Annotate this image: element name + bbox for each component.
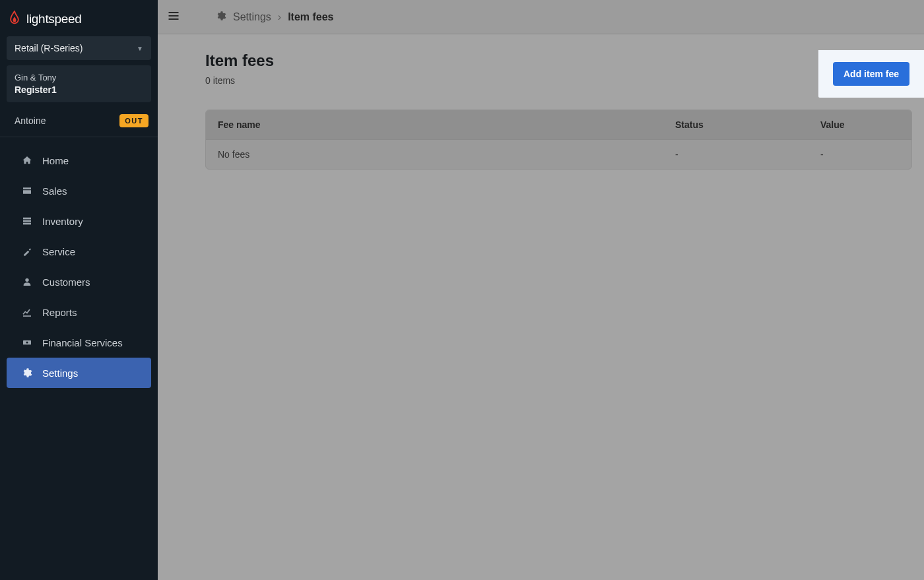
chevron-down-icon: ▼	[137, 45, 143, 52]
sidebar-item-label: Home	[42, 155, 69, 166]
register-name: Register1	[15, 84, 143, 96]
sidebar-item-label: Settings	[42, 368, 78, 379]
breadcrumb: Settings › Item fees	[216, 11, 334, 24]
home-icon	[21, 155, 33, 166]
page-title: Item fees	[205, 51, 274, 70]
sidebar-item-reports[interactable]: Reports	[7, 297, 151, 327]
user-row[interactable]: Antoine OUT	[0, 102, 158, 137]
sidebar-item-home[interactable]: Home	[7, 145, 151, 176]
breadcrumb-root[interactable]: Settings	[233, 11, 271, 23]
service-icon	[21, 246, 33, 257]
page-content: Item fees 0 items Fee name Status Value …	[158, 34, 924, 189]
sidebar-item-service[interactable]: Service	[7, 236, 151, 267]
add-item-fee-button[interactable]: Add item fee	[833, 62, 909, 86]
chevron-right-icon: ›	[278, 11, 281, 23]
inventory-icon	[21, 216, 33, 226]
merchant-name: Gin & Tony	[15, 72, 143, 84]
sidebar-item-label: Sales	[42, 185, 67, 197]
reports-icon	[21, 307, 33, 317]
hamburger-icon[interactable]	[167, 9, 185, 25]
sidebar-item-label: Inventory	[42, 216, 83, 227]
register-block[interactable]: Gin & Tony Register1	[7, 65, 151, 102]
breadcrumb-current: Item fees	[288, 11, 333, 23]
svg-point-5	[26, 342, 28, 344]
gear-icon	[216, 11, 226, 24]
series-switcher[interactable]: Retail (R-Series) ▼	[7, 36, 151, 60]
sidebar-item-label: Customers	[42, 276, 90, 288]
sidebar-item-sales[interactable]: Sales	[7, 176, 151, 206]
brand-logo: lightspeed	[0, 0, 158, 36]
customers-icon	[21, 276, 33, 287]
svg-rect-1	[23, 220, 31, 222]
col-status: Status	[675, 119, 820, 130]
sidebar-item-label: Reports	[42, 307, 77, 318]
svg-rect-2	[23, 223, 31, 225]
table-row: No fees - -	[206, 140, 911, 169]
svg-point-3	[25, 278, 28, 282]
svg-rect-0	[23, 218, 31, 220]
sidebar-item-settings[interactable]: Settings	[7, 358, 151, 388]
cell-value: -	[820, 149, 900, 160]
topbar: Settings › Item fees	[158, 0, 924, 34]
gear-icon	[21, 368, 33, 378]
clock-out-badge[interactable]: OUT	[119, 114, 148, 127]
main-area: Settings › Item fees Item fees 0 items F…	[158, 0, 924, 580]
sidebar-item-customers[interactable]: Customers	[7, 267, 151, 297]
user-name: Antoine	[15, 115, 46, 126]
brand-name: lightspeed	[26, 12, 82, 26]
series-label: Retail (R-Series)	[15, 43, 82, 53]
sidebar-nav: Home Sales Inventory Service Customers	[0, 137, 158, 388]
col-fee-name: Fee name	[218, 119, 675, 130]
cell-status: -	[675, 149, 820, 160]
cell-fee-name: No fees	[218, 149, 675, 160]
highlight-callout: Add item fee	[818, 50, 924, 98]
page-header: Item fees 0 items	[205, 51, 912, 86]
sales-icon	[21, 185, 33, 196]
sidebar-item-inventory[interactable]: Inventory	[7, 206, 151, 236]
financial-icon	[21, 337, 33, 348]
item-count: 0 items	[205, 75, 274, 86]
table-header: Fee name Status Value	[206, 110, 911, 140]
col-value: Value	[820, 119, 900, 130]
flame-icon	[8, 10, 21, 28]
sidebar: lightspeed Retail (R-Series) ▼ Gin & Ton…	[0, 0, 158, 580]
sidebar-item-label: Service	[42, 246, 75, 257]
fees-table: Fee name Status Value No fees - -	[205, 110, 912, 170]
sidebar-item-financial[interactable]: Financial Services	[7, 327, 151, 358]
sidebar-item-label: Financial Services	[42, 337, 123, 348]
